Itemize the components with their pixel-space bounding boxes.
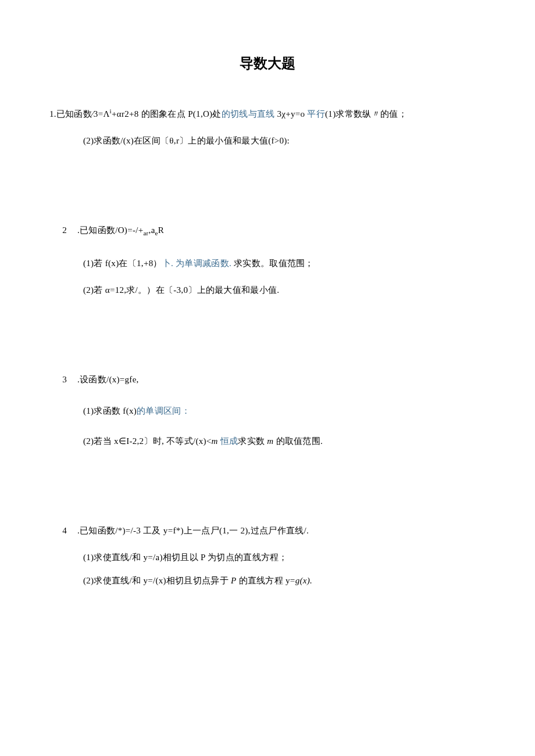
text: (2)求使直线/和 y=/(x)相切且切点异于 <box>83 576 231 585</box>
text: .已知函数/O)=-/+ <box>77 225 143 235</box>
text: (1)求函数 f(x) <box>83 406 137 415</box>
problem-4-sub2: (2)求使直线/和 y=/(x)相切且切点异于 P 的直线方程 y=g(x). <box>49 574 486 587</box>
problem-2-num: 2 <box>49 223 67 237</box>
problem-2-line1: 2.已知函数/O)=-/+ar,aeR <box>49 223 486 239</box>
problem-4: 4.已知函数/*)=/-3 工及 y=f*)上一点尸(1,一 2),过点尸作直线… <box>49 524 486 587</box>
italic-text: g(x). <box>295 576 312 585</box>
text: .已知函数⁄3=Λ <box>54 109 110 119</box>
problem-2-sub2: (2)若 α=12,求/。）在〔-3,0〕上的最大值和最小值. <box>49 283 486 297</box>
problem-2-sub1: (1)若 f(x)在〔1,+8）卜. 为单调减函数. 求实数。取值范围； <box>49 256 486 270</box>
problem-1-sub2: (2)求函数/(x)在区间〔θ,r〕上的最小值和最大值(f>0): <box>49 134 486 148</box>
subscript: ar <box>143 230 148 237</box>
highlight-text: 卜. 为单调减函数. <box>162 259 231 268</box>
text: 求实数。取值范围； <box>231 259 314 268</box>
problem-3-line1: 3.设函数/(x)=gfe, <box>49 372 486 386</box>
problem-3: 3.设函数/(x)=gfe, (1)求函数 f(x)的单调区间： (2)若当 x… <box>49 372 486 448</box>
problem-1-line1: 1.已知函数⁄3=Λi+αr2+8 的图象在点 P(1,O)处的切线与直线 3χ… <box>49 106 486 121</box>
problem-4-sub1: (1)求使直线/和 y=/a)相切且以 P 为切点的直线方程； <box>49 550 486 564</box>
text: ,a <box>149 225 155 235</box>
text: .已知函数/*)=/-3 工及 y=f*)上一点尸(1,一 2),过点尸作直线/… <box>77 526 309 535</box>
highlight-text: 平行 <box>307 109 325 119</box>
italic-text: m <box>267 436 273 446</box>
text: 的取值范围. <box>274 436 323 446</box>
highlight-text: 的切线与直线 <box>222 109 275 119</box>
problem-4-line1: 4.已知函数/*)=/-3 工及 y=f*)上一点尸(1,一 2),过点尸作直线… <box>49 524 486 538</box>
text: (1)若 f(x)在〔1,+8） <box>83 259 162 268</box>
text: 求实数 <box>238 436 267 446</box>
text: (1)求常数纵〃的值； <box>325 109 407 119</box>
text: .设函数/(x)=gfe, <box>77 375 139 384</box>
text: (2)若当 x∈I-2,2〕时, 不等式/(x)< <box>83 436 212 446</box>
text: +αr2+8 的图象在点 P(1,O)处 <box>112 109 222 119</box>
highlight-text: 恒成 <box>220 436 238 446</box>
text: R <box>158 225 164 235</box>
problem-4-num: 4 <box>49 524 67 538</box>
page-title: 导数大题 <box>49 52 486 74</box>
italic-text: m <box>212 436 220 446</box>
problem-3-num: 3 <box>49 372 67 386</box>
problem-3-sub2: (2)若当 x∈I-2,2〕时, 不等式/(x)<m 恒成求实数 m 的取值范围… <box>49 434 486 448</box>
problem-3-sub1: (1)求函数 f(x)的单调区间： <box>49 404 486 418</box>
problem-1-num: 1 <box>49 109 54 119</box>
text: 3χ+y=o <box>274 109 307 119</box>
text: 的直线方程 y= <box>236 576 295 585</box>
highlight-text: 的单调区间： <box>137 406 190 415</box>
problem-1: 1.已知函数⁄3=Λi+αr2+8 的图象在点 P(1,O)处的切线与直线 3χ… <box>49 106 486 148</box>
problem-2: 2.已知函数/O)=-/+ar,aeR (1)若 f(x)在〔1,+8）卜. 为… <box>49 223 486 297</box>
